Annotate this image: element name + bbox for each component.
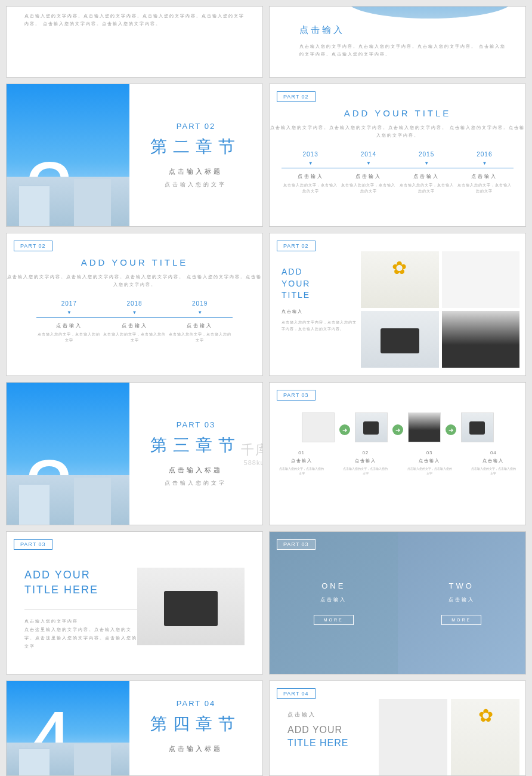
process-item (355, 412, 388, 447)
timeline-item: 2018▼点击输入点击输入您的文字，点击输入您的文字 (102, 300, 168, 343)
image-woman-suit (408, 412, 441, 442)
timeline-item: 2019▼点击输入点击输入您的文字，点击输入您的文字 (167, 300, 233, 343)
top-click-input: 点击输入 (299, 24, 508, 36)
column-one[interactable]: ONE 点击输入 MORE (270, 532, 398, 674)
sub: 点击输入 (282, 309, 358, 315)
timeline-item: 2017▼点击输入点击输入您的文字，点击输入您的文字 (36, 300, 102, 343)
title-here-heading: ADD YOUR TITLE HERE (24, 568, 140, 598)
process-item (408, 412, 441, 447)
left-text-block: ADD YOUR TITLE 点击输入 点击输入您的文字内容，点击输入您的文字内… (282, 266, 358, 332)
laptop-chair-image (137, 568, 245, 645)
subtitle: 点击输入标题 (169, 167, 222, 176)
slide-timeline-1[interactable]: PART 02 ADD YOUR TITLE 点击输入您的文字内容。点击输入您的… (269, 84, 526, 227)
slide-two-columns[interactable]: ONE 点击输入 MORE TWO 点击输入 MORE PART 03 (269, 531, 526, 675)
image-handshake (302, 412, 335, 442)
slide-title-here[interactable]: PART 03 ADD YOUR TITLE HERE 点击输入您的文字内容 点… (6, 531, 263, 675)
col-sub: 点击输入 (320, 596, 347, 603)
timeline-item: 2016▼点击输入点击输入您的文字，点击输入您的文字 (456, 151, 514, 194)
buildings-illustration (7, 177, 129, 226)
part-tag: PART 02 (277, 91, 316, 102)
buildings-illustration (7, 475, 129, 525)
image-sunflower (361, 251, 438, 308)
timeline-desc: 点击输入您的文字内容。点击输入您的文字内容。点击输入您的文字内容。 点击输入您的… (7, 273, 262, 288)
image-glasses-phone (442, 251, 519, 308)
timeline-row: 2013▼点击输入点击输入您的文字，点击输入您的文字 2014▼点击输入点击输入… (270, 151, 525, 194)
image-tablet-hands (379, 699, 447, 776)
image-businessman (442, 311, 519, 368)
arrow-icon: ➜ (392, 424, 403, 435)
part-tag: PART 02 (14, 241, 52, 251)
col-label: TWO (449, 581, 474, 590)
image-sunflower-window (451, 699, 519, 776)
column-two[interactable]: TWO 点击输入 MORE (398, 532, 526, 674)
chapter-title: 第二章节 (150, 136, 241, 158)
col-sub: 点击输入 (449, 596, 475, 603)
timeline-item: 2014▼点击输入点击输入您的文字，点击输入您的文字 (339, 151, 397, 194)
image-grid (361, 251, 519, 368)
subtitle: 点击输入标题 (169, 466, 222, 475)
timeline-title: ADD YOUR TITLE (270, 108, 525, 118)
arrow-icon: ➜ (339, 424, 350, 435)
more-button[interactable]: MORE (441, 615, 481, 625)
timeline-row: 2017▼点击输入点击输入您的文字，点击输入您的文字 2018▼点击输入点击输入… (7, 300, 262, 343)
image-laptop (355, 412, 388, 442)
part-tag: PART 03 (14, 539, 52, 550)
slide-process[interactable]: PART 03 ➜ ➜ ➜ 01点击输入点击输入您的文字，点击输入您的文字 02… (269, 382, 526, 525)
brush-arc-decoration (347, 6, 513, 19)
section-text-block: PART 04 第四章节 点击输入标题 (129, 681, 262, 775)
process-row: ➜ ➜ ➜ (270, 412, 525, 447)
timeline-title: ADD YOUR TITLE (7, 257, 262, 267)
slide-section-2[interactable]: 2 PART 02 第二章节 点击输入标题 点击输入您的文字 (6, 84, 263, 227)
timeline-item: 2013▼点击输入点击输入您的文字，点击输入您的文字 (282, 151, 339, 194)
top-body: 点击输入您的文字内容。点击输入您的文字内容。点击输入您的文字内容。 点击输入您的… (299, 43, 508, 58)
timeline-item: 2015▼点击输入点击输入您的文字，点击输入您的文字 (398, 151, 456, 194)
title-here-left: ADD YOUR TITLE HERE 点击输入您的文字内容 点击这里输入您的文… (24, 568, 140, 651)
subtext: 点击输入您的文字 (165, 181, 227, 189)
sky-image: 4 (7, 681, 129, 775)
section-text-block: PART 02 第二章节 点击输入标题 点击输入您的文字 (129, 84, 262, 226)
sky-image: 3 (7, 383, 129, 525)
add-title-stacked: ADD YOUR TITLE (282, 266, 358, 301)
slide-add-title-images[interactable]: PART 02 ADD YOUR TITLE 点击输入 点击输入您的文字内容，点… (269, 233, 526, 376)
chapter-title: 第三章节 (150, 434, 241, 457)
slide-title-images-2[interactable]: PART 04 点击输入 ADD YOURTITLE HERE (269, 680, 526, 776)
buildings-illustration (7, 743, 129, 775)
s14-left-text: 点击输入 ADD YOURTITLE HERE (287, 711, 377, 750)
slide-section-3[interactable]: 3 PART 03 第三章节 点击输入标题 点击输入您的文字 千库网588ku.… (6, 382, 263, 525)
s14-sub: 点击输入 (287, 711, 377, 719)
slide-timeline-2[interactable]: PART 02 ADD YOUR TITLE 点击输入您的文字内容。点击输入您的… (6, 233, 263, 376)
process-labels: 01点击输入点击输入您的文字，点击输入您的文字 02点击输入点击输入您的文字，点… (270, 450, 525, 476)
part-tag: PART 03 (277, 539, 316, 550)
body: 点击输入您的文字内容，点击输入您的文字内容，点击输入您的文字内容。 (282, 319, 358, 332)
subtitle: 点击输入标题 (169, 744, 222, 753)
title-here-body: 点击输入您的文字内容 点击这里输入您的文字内容。点击输入您的文字。点击这里输入您… (24, 617, 140, 651)
part-label: PART 02 (177, 122, 215, 131)
sky-image: 2 (7, 84, 129, 226)
col-label: ONE (321, 581, 345, 590)
chapter-title: 第四章节 (150, 713, 241, 735)
process-item (461, 412, 494, 447)
image-grid (379, 699, 519, 776)
process-item (302, 412, 335, 447)
slide-top-right[interactable]: 点击输入 点击输入您的文字内容。点击输入您的文字内容。点击输入您的文字内容。 点… (269, 6, 526, 78)
section-text-block: PART 03 第三章节 点击输入标题 点击输入您的文字 (129, 383, 262, 525)
image-laptop (361, 311, 438, 368)
more-button[interactable]: MORE (314, 615, 354, 625)
image-table-laptop (461, 412, 494, 442)
slide-section-4[interactable]: 4 PART 04 第四章节 点击输入标题 (6, 680, 263, 776)
s14-title: ADD YOURTITLE HERE (287, 723, 377, 750)
intro-text: 点击输入您的文字内容。点击输入您的文字内容。点击输入您的文字内容。点击输入您的文… (7, 7, 262, 33)
arrow-icon: ➜ (446, 424, 456, 435)
part-label: PART 04 (177, 699, 215, 708)
part-tag: PART 03 (277, 390, 316, 401)
part-tag: PART 04 (277, 688, 316, 699)
slide-top-left[interactable]: 点击输入您的文字内容。点击输入您的文字内容。点击输入您的文字内容。点击输入您的文… (6, 6, 263, 78)
part-tag: PART 02 (277, 241, 316, 251)
part-label: PART 03 (177, 420, 215, 429)
subtext: 点击输入您的文字 (165, 479, 227, 487)
timeline-desc: 点击输入您的文字内容。点击输入您的文字内容。点击输入您的文字内容。 点击输入您的… (270, 124, 525, 139)
